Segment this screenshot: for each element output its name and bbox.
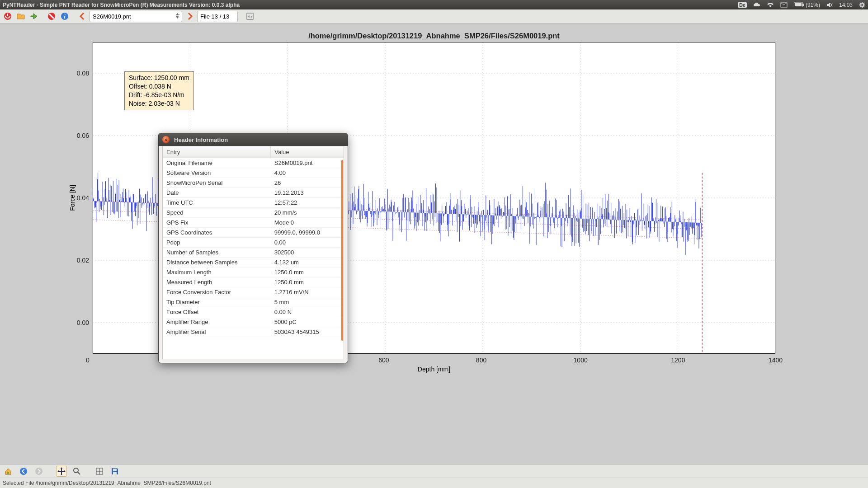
plot-title: /home/grimm/Desktop/20131219_Abnahme_SMP… bbox=[0, 23, 868, 42]
forward-icon[interactable] bbox=[33, 466, 44, 477]
clock[interactable]: 14:03 bbox=[839, 2, 853, 8]
home-icon[interactable] bbox=[3, 466, 14, 477]
svg-text:A↕: A↕ bbox=[247, 14, 252, 19]
svg-rect-50 bbox=[113, 469, 117, 471]
svg-line-11 bbox=[860, 3, 861, 4]
scrollbar[interactable] bbox=[341, 160, 343, 341]
header-info-dialog[interactable]: × Header Information Entry Value Origina… bbox=[158, 133, 348, 363]
svg-line-13 bbox=[863, 3, 864, 4]
gear-icon[interactable] bbox=[859, 2, 865, 8]
zoom-icon[interactable] bbox=[71, 466, 82, 477]
table-row[interactable]: Time UTC12:57:22 bbox=[163, 198, 344, 208]
table-row[interactable]: Force Offset0.00 N bbox=[163, 307, 344, 317]
x-tick: 1400 bbox=[769, 357, 783, 364]
svg-point-6 bbox=[861, 4, 863, 6]
table-row[interactable]: Maximum Length1250.0 mm bbox=[163, 267, 344, 277]
subplots-icon[interactable] bbox=[94, 466, 105, 477]
svg-text:i: i bbox=[64, 13, 66, 20]
stop-button[interactable] bbox=[46, 11, 57, 22]
x-tick: 600 bbox=[378, 357, 389, 364]
keyboard-indicator[interactable]: De bbox=[738, 2, 747, 8]
table-row[interactable]: Speed20 mm/s bbox=[163, 208, 344, 218]
dialog-body: Entry Value Original FilenameS26M0019.pn… bbox=[162, 146, 344, 359]
svg-rect-2 bbox=[802, 4, 804, 6]
y-axis-label: Force [N] bbox=[69, 185, 76, 211]
file-select-combo[interactable]: S26M0019.pnt ▲▼ bbox=[90, 11, 182, 22]
col-value[interactable]: Value bbox=[271, 146, 344, 158]
open-folder-button[interactable] bbox=[15, 11, 26, 22]
surface-annotation: Surface: 1250.00 mm Offset: 0.038 N Drif… bbox=[124, 71, 194, 110]
app-toolbar: i S26M0019.pnt ▲▼ File 13 / 13 A↕ bbox=[0, 9, 868, 23]
battery-icon[interactable]: (91%) bbox=[794, 2, 820, 8]
export-button[interactable] bbox=[28, 11, 39, 22]
x-tick: 1200 bbox=[671, 357, 685, 364]
window-title: PyNTReader - Simple PNT Reader for SnowM… bbox=[3, 2, 240, 8]
table-row[interactable]: Original FilenameS26M0019.pnt bbox=[163, 158, 344, 168]
svg-point-42 bbox=[35, 468, 42, 475]
table-row[interactable]: Force Conversion Factor1.2716 mV/N bbox=[163, 287, 344, 297]
prev-file-button[interactable] bbox=[76, 11, 88, 22]
info-button[interactable]: i bbox=[59, 11, 70, 22]
back-icon[interactable] bbox=[18, 466, 29, 477]
x-axis-label: Depth [mm] bbox=[93, 366, 775, 373]
x-tick: 800 bbox=[476, 357, 486, 364]
table-row[interactable]: Software Version4.00 bbox=[163, 168, 344, 178]
table-row[interactable]: GPS Coordinates99999.0, 99999.0 bbox=[163, 228, 344, 238]
snap-button[interactable]: A↕ bbox=[244, 11, 255, 22]
dialog-title: Header Information bbox=[174, 136, 228, 143]
cloud-icon[interactable] bbox=[753, 2, 760, 8]
dialog-titlebar[interactable]: × Header Information bbox=[159, 133, 348, 146]
plot-canvas: /home/grimm/Desktop/20131219_Abnahme_SMP… bbox=[0, 23, 868, 465]
mpl-toolbar bbox=[0, 465, 868, 478]
table-row[interactable]: Date19.12.2013 bbox=[163, 188, 344, 198]
svg-rect-3 bbox=[795, 3, 802, 6]
table-row[interactable]: Distance between Samples4.132 um bbox=[163, 258, 344, 267]
desktop-menubar: PyNTReader - Simple PNT Reader for SnowM… bbox=[0, 0, 868, 9]
svg-line-12 bbox=[863, 6, 864, 7]
svg-point-45 bbox=[74, 468, 78, 473]
status-bar: Selected File /home/grimm/Desktop/201312… bbox=[0, 478, 868, 488]
svg-point-41 bbox=[20, 468, 27, 475]
wifi-icon[interactable] bbox=[767, 2, 774, 8]
table-row[interactable]: Amplifier Serial5030A3 4549315 bbox=[163, 327, 344, 337]
table-row[interactable]: SnowMicroPen Serial26 bbox=[163, 178, 344, 188]
header-table: Entry Value Original FilenameS26M0019.pn… bbox=[163, 146, 344, 337]
svg-rect-51 bbox=[113, 472, 117, 474]
table-row[interactable]: Tip Diameter5 mm bbox=[163, 297, 344, 307]
svg-rect-40 bbox=[7, 472, 9, 474]
table-row[interactable]: Pdop0.00 bbox=[163, 238, 344, 248]
svg-rect-16 bbox=[7, 14, 8, 16]
file-index-display: File 13 / 13 bbox=[197, 11, 238, 22]
file-select-value: S26M0019.pnt bbox=[93, 13, 131, 20]
x-tick: 0 bbox=[86, 357, 90, 364]
close-icon[interactable]: × bbox=[162, 136, 170, 143]
col-entry[interactable]: Entry bbox=[163, 146, 271, 158]
mail-icon[interactable] bbox=[780, 2, 788, 8]
table-row[interactable]: Amplifier Range5000 pC bbox=[163, 317, 344, 327]
quit-button[interactable] bbox=[2, 11, 13, 22]
pan-icon[interactable] bbox=[56, 466, 67, 477]
table-row[interactable]: Number of Samples302500 bbox=[163, 248, 344, 258]
x-tick: 1000 bbox=[574, 357, 588, 364]
next-file-button[interactable] bbox=[184, 11, 195, 22]
svg-line-46 bbox=[78, 472, 80, 474]
system-tray: De (91%) 14:03 bbox=[738, 2, 865, 8]
save-icon[interactable] bbox=[109, 466, 120, 477]
table-row[interactable]: GPS FixMode 0 bbox=[163, 218, 344, 228]
status-text: Selected File /home/grimm/Desktop/201312… bbox=[3, 480, 211, 486]
svg-line-14 bbox=[860, 6, 861, 7]
volume-icon[interactable] bbox=[826, 2, 833, 8]
table-row[interactable]: Measured Length1250.0 mm bbox=[163, 277, 344, 287]
